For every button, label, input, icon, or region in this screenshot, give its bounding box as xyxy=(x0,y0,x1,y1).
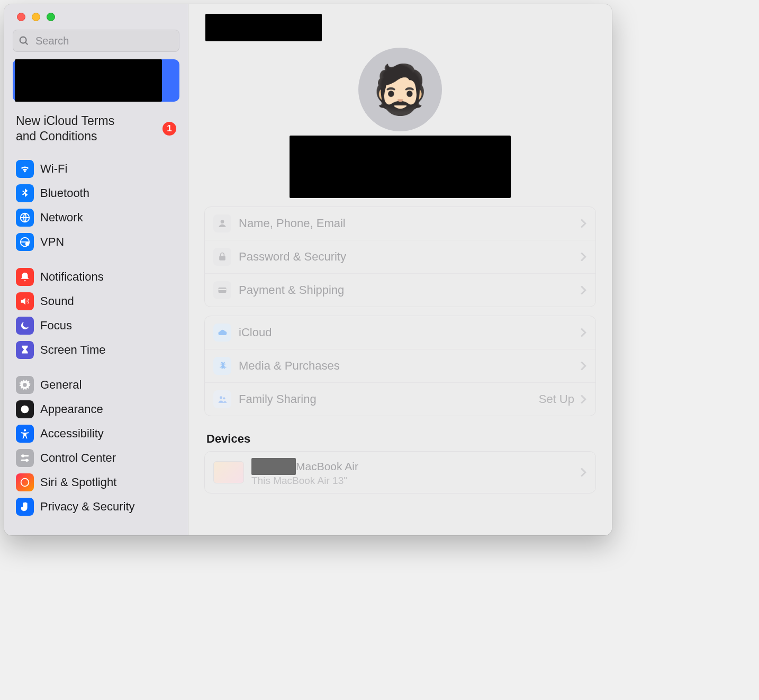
appearance-icon xyxy=(16,400,34,418)
chevron-right-icon xyxy=(580,394,587,405)
sidebar-item-screentime[interactable]: Screen Time xyxy=(13,338,179,362)
siri-icon xyxy=(16,473,34,491)
chevron-right-icon xyxy=(580,327,587,338)
device-text: MacBook Air This MacBook Air 13" xyxy=(251,458,358,487)
hourglass-icon xyxy=(16,341,34,359)
row-label: Media & Purchases xyxy=(239,359,340,373)
sidebar-account-row[interactable] xyxy=(13,59,179,102)
nav-group-system: General Appearance Accessibility Control… xyxy=(13,373,179,519)
window-controls xyxy=(13,12,179,30)
search-input[interactable] xyxy=(13,30,179,52)
sidebar-item-network[interactable]: Network xyxy=(13,205,179,230)
sidebar-item-appearance[interactable]: Appearance xyxy=(13,397,179,421)
fullscreen-button[interactable] xyxy=(47,13,55,21)
globe-icon xyxy=(16,209,34,227)
row-label: Name, Phone, Email xyxy=(239,217,346,230)
chevron-right-icon xyxy=(580,218,587,229)
notice-badge: 1 xyxy=(162,122,176,136)
chevron-right-icon xyxy=(580,252,587,262)
vpn-icon xyxy=(16,233,34,251)
row-label: Family Sharing xyxy=(239,392,317,406)
row-payment-shipping[interactable]: Payment & Shipping xyxy=(205,274,595,307)
appstore-icon xyxy=(213,357,231,375)
chevron-right-icon xyxy=(580,361,587,371)
sidebar-item-label: Wi-Fi xyxy=(40,162,67,176)
titlebar xyxy=(204,14,596,46)
device-subtitle: This MacBook Air 13" xyxy=(251,475,358,487)
card-icon xyxy=(213,281,231,299)
sidebar-item-label: Siri & Spotlight xyxy=(40,475,116,489)
svg-point-10 xyxy=(25,459,28,462)
row-label: Password & Security xyxy=(239,250,346,264)
svg-point-0 xyxy=(20,37,26,43)
notice-text: New iCloud Terms and Conditions xyxy=(16,113,132,144)
settings-window: New iCloud Terms and Conditions 1 Wi-Fi … xyxy=(4,4,612,535)
sidebar-item-controlcenter[interactable]: Control Center xyxy=(13,446,179,470)
accessibility-icon xyxy=(16,425,34,443)
lock-icon xyxy=(213,248,231,266)
svg-point-9 xyxy=(22,454,25,457)
sidebar-item-siri[interactable]: Siri & Spotlight xyxy=(13,470,179,495)
sidebar-item-vpn[interactable]: VPN xyxy=(13,230,179,254)
search-wrap xyxy=(13,30,179,52)
search-icon xyxy=(18,35,30,47)
device-thumbnail-icon xyxy=(213,461,244,483)
svg-point-6 xyxy=(24,429,26,431)
sidebar-item-sound[interactable]: Sound xyxy=(13,289,179,313)
sidebar-item-label: Screen Time xyxy=(40,343,106,357)
sidebar-item-label: Accessibility xyxy=(40,427,104,441)
devices-title: Devices xyxy=(206,432,594,446)
close-button[interactable] xyxy=(17,13,25,21)
bluetooth-icon xyxy=(16,184,34,202)
moon-icon xyxy=(16,317,34,335)
sidebar-item-label: Bluetooth xyxy=(40,186,89,200)
row-label: Payment & Shipping xyxy=(239,283,344,297)
account-card: Name, Phone, Email Password & Security P… xyxy=(204,207,596,307)
row-name-phone-email[interactable]: Name, Phone, Email xyxy=(205,207,595,240)
svg-line-1 xyxy=(25,42,28,44)
sidebar-item-general[interactable]: General xyxy=(13,373,179,397)
redacted-title xyxy=(205,14,322,41)
row-trail: Set Up xyxy=(539,392,574,406)
hand-icon xyxy=(16,498,34,516)
svg-rect-15 xyxy=(219,289,227,291)
minimize-button[interactable] xyxy=(32,13,40,21)
chevron-right-icon xyxy=(580,285,587,295)
gear-icon xyxy=(16,376,34,394)
row-label: iCloud xyxy=(239,326,272,339)
sidebar-item-label: Sound xyxy=(40,294,74,308)
sidebar: New iCloud Terms and Conditions 1 Wi-Fi … xyxy=(4,4,188,535)
svg-point-11 xyxy=(21,478,29,486)
avatar[interactable]: 🧔🏻 xyxy=(358,48,442,131)
row-family-sharing[interactable]: Family Sharing Set Up xyxy=(205,383,595,416)
svg-point-17 xyxy=(223,397,225,399)
memoji-icon: 🧔🏻 xyxy=(371,66,430,113)
wifi-icon xyxy=(16,160,34,178)
sidebar-item-notifications[interactable]: Notifications xyxy=(13,265,179,289)
svg-rect-13 xyxy=(219,256,225,260)
sidebar-item-focus[interactable]: Focus xyxy=(13,313,179,338)
row-password-security[interactable]: Password & Security xyxy=(205,240,595,274)
cloud-icon xyxy=(213,324,231,342)
profile-name-block xyxy=(290,136,511,198)
sidebar-item-label: Control Center xyxy=(40,451,116,465)
device-row[interactable]: MacBook Air This MacBook Air 13" xyxy=(205,452,595,493)
sidebar-item-bluetooth[interactable]: Bluetooth xyxy=(13,181,179,205)
redacted-account xyxy=(15,59,162,102)
row-icloud[interactable]: iCloud xyxy=(205,316,595,349)
sidebar-item-wifi[interactable]: Wi-Fi xyxy=(13,157,179,181)
profile-header: 🧔🏻 xyxy=(204,48,596,198)
speaker-icon xyxy=(16,292,34,310)
svg-point-4 xyxy=(25,242,29,246)
chevron-right-icon xyxy=(580,467,587,478)
sidebar-item-label: Notifications xyxy=(40,270,104,284)
devices-card: MacBook Air This MacBook Air 13" xyxy=(204,451,596,493)
sidebar-notice[interactable]: New iCloud Terms and Conditions 1 xyxy=(13,111,179,157)
nav-group-attention: Notifications Sound Focus Screen Time xyxy=(13,265,179,362)
device-title: MacBook Air xyxy=(296,460,358,473)
nav-group-network: Wi-Fi Bluetooth Network VPN xyxy=(13,157,179,254)
sliders-icon xyxy=(16,449,34,467)
sidebar-item-privacy[interactable]: Privacy & Security xyxy=(13,495,179,519)
sidebar-item-accessibility[interactable]: Accessibility xyxy=(13,421,179,446)
row-media-purchases[interactable]: Media & Purchases xyxy=(205,349,595,383)
